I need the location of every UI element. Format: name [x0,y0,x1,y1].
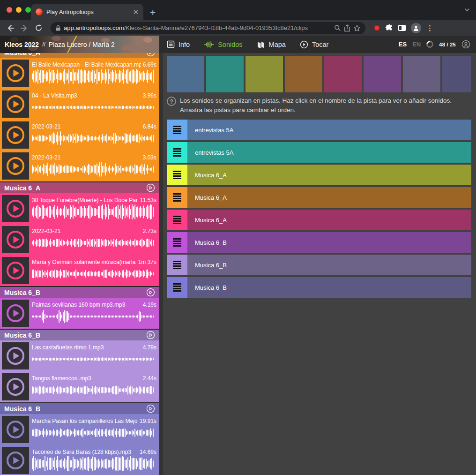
browser-tab[interactable]: Play Antropoloops ✕ [31,4,143,20]
extensions-puzzle-icon[interactable] [385,24,393,32]
track-color-swatch[interactable] [442,56,471,92]
section-play-icon[interactable] [146,331,155,339]
track-drag-handle[interactable] [167,165,187,185]
breadcrumb-title[interactable]: Plaza Lucero / María 2 [49,41,115,48]
track-drag-handle[interactable] [167,255,187,275]
nav-tab-info[interactable]: Info [167,40,190,48]
clip-row[interactable]: Las castañuelas ritmo 1.mp34.79s [0,340,159,371]
clip-play-button[interactable] [2,416,29,443]
track-drag-handle[interactable] [167,142,187,163]
track-name-bar[interactable]: entrevistas 5A [187,142,471,163]
back-button[interactable] [5,23,16,34]
tab-close-icon[interactable]: ✕ [133,8,139,16]
clip-play-button[interactable] [2,60,29,87]
track-name-bar[interactable]: entrevistas 5A [187,120,471,140]
track-row[interactable]: Musica 6_B [167,232,471,253]
track-drag-handle[interactable] [167,232,187,253]
track-color-swatch[interactable] [167,56,204,92]
section-play-icon[interactable] [146,288,155,297]
window-controls[interactable] [7,7,31,13]
track-drag-handle[interactable] [167,120,187,140]
forward-button[interactable] [19,23,30,34]
track-row[interactable]: Musica 6_B [167,255,471,275]
nav-tab-mapa[interactable]: Mapa [257,41,286,48]
clip-play-button[interactable] [2,300,29,327]
clip-row[interactable]: 04 - La Visita.mp33.96s [0,89,159,120]
track-color-swatch[interactable] [364,56,401,92]
clip-row[interactable]: Palmas sevillanas 160 bpm mp3.mp34.19s [0,298,159,329]
breadcrumb[interactable]: Kleos 2022 // Plaza Lucero / María 2 [5,36,115,53]
address-bar[interactable]: app.antropoloops.com/Kleos-Santa-Marina/… [51,22,365,34]
track-row[interactable]: Musica 6_A [167,165,471,185]
drag-handle-icon [173,283,181,292]
clip-row[interactable]: El Baile Mexicapan - El Baile Mexicapan.… [0,58,159,89]
clip-play-button[interactable] [2,373,29,400]
track-row[interactable]: entrevistas 5A [167,142,471,163]
clip-row[interactable]: Taconeo de Sara Baras (128 kbps).mp314.6… [0,445,159,475]
track-color-swatch[interactable] [206,56,244,92]
clip-row[interactable]: Tangos flamencos .mp32.44s [0,371,159,402]
track-color-swatch[interactable] [403,56,440,92]
lock-icon[interactable] [55,25,61,31]
clip-row[interactable]: 2022-03-212.73s [0,224,159,255]
reload-button[interactable] [33,23,44,34]
clip-play-button[interactable] [2,226,29,253]
track-drag-handle[interactable] [167,187,187,208]
browser-menu-icon[interactable]: ⋮ [426,24,433,32]
clip-row[interactable]: 2022-03-216.84s [0,120,159,151]
share-icon[interactable] [344,24,350,32]
section-header[interactable]: Musica 6_A [0,182,159,193]
clip-row[interactable]: 2022-03-213.03s [0,151,159,181]
track-color-swatch[interactable] [324,56,362,92]
clip-row[interactable]: 38 Toque Funebre(Muerte) - Los Doce Par.… [0,193,159,224]
section-header[interactable]: Musica 6_B [0,287,159,298]
section-play-icon[interactable] [146,404,155,413]
track-row[interactable]: entrevistas 5A [167,120,471,140]
track-name-bar[interactable]: Musica 6_A [187,210,471,230]
clip-duration: 4.19s [143,302,156,308]
section-header[interactable]: Musica 6_B [0,330,159,340]
minimize-window-button[interactable] [16,7,22,13]
clip-play-button[interactable] [2,195,29,222]
zoom-page-icon[interactable] [334,24,341,31]
nav-tab-tocar[interactable]: Tocar [300,40,328,49]
bookmark-star-icon[interactable] [353,24,361,32]
section-header[interactable]: Musica 6_A [0,53,159,58]
new-tab-button[interactable]: + [150,8,156,17]
section-play-icon[interactable] [146,183,155,192]
track-row[interactable]: Musica 6_A [167,187,471,208]
lang-es-button[interactable]: ES [399,41,407,48]
clip-play-button[interactable] [2,257,29,284]
nav-tab-sonidos[interactable]: Sonidos [204,41,242,48]
lang-en-button[interactable]: EN [412,41,421,48]
clip-play-button[interactable] [2,152,29,180]
clip-play-button[interactable] [2,90,29,118]
track-name-bar[interactable]: Musica 6_B [187,232,471,253]
zoom-window-button[interactable] [25,7,31,13]
track-name-bar[interactable]: Musica 6_A [187,165,471,185]
track-name-bar[interactable]: Musica 6_A [187,187,471,208]
section-play-icon[interactable] [146,53,155,57]
track-name-bar[interactable]: Musica 6_B [187,255,471,275]
clip-row[interactable]: María y Germán solamente música(maría 2.… [0,255,159,286]
section-header[interactable]: Musica 6_B [0,403,159,414]
clip-row[interactable]: Marcha Pasan los campanilleros Las Mejor… [0,414,159,445]
clip-play-button[interactable] [2,447,29,474]
side-panel-icon[interactable] [398,25,406,31]
play-circle-icon [6,230,25,249]
track-name-bar[interactable]: Musica 6_B [187,277,471,298]
breadcrumb-project[interactable]: Kleos 2022 [5,41,39,48]
recording-indicator-icon[interactable] [374,25,380,31]
track-row[interactable]: Musica 6_B [167,277,471,298]
track-drag-handle[interactable] [167,210,187,230]
track-row[interactable]: Musica 6_A [167,210,471,230]
track-color-swatch[interactable] [285,56,322,92]
track-drag-handle[interactable] [167,277,187,298]
clip-play-button[interactable] [2,121,29,149]
close-window-button[interactable] [7,7,12,13]
profile-avatar[interactable] [411,23,421,33]
account-icon[interactable] [461,40,470,49]
clip-play-button[interactable] [2,342,29,369]
track-color-swatch[interactable] [245,56,283,92]
tab-search-chevron-icon[interactable] [464,7,470,13]
